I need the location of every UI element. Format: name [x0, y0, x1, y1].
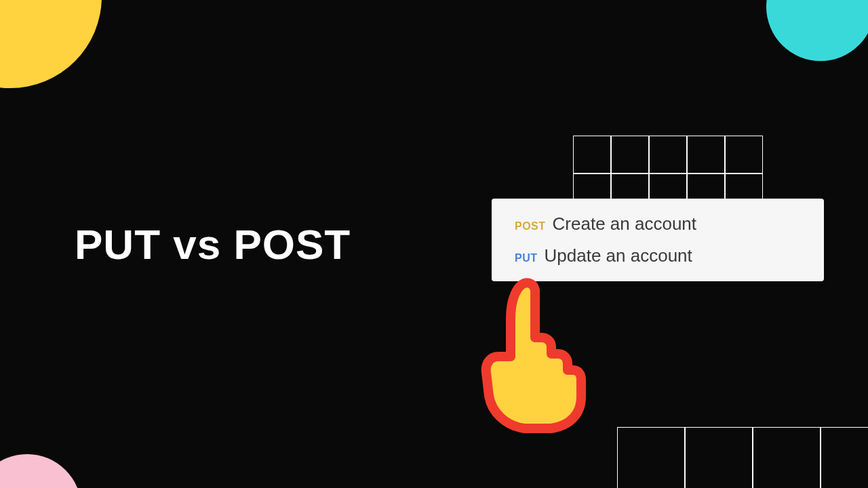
http-methods-card: POST Create an account PUT Update an acc… — [492, 199, 824, 281]
method-row-post: POST Create an account — [492, 208, 824, 240]
method-label: Create an account — [553, 214, 696, 235]
method-row-put: PUT Update an account — [492, 240, 824, 272]
method-label: Update an account — [545, 245, 692, 266]
decorative-circle-yellow — [0, 0, 102, 88]
decorative-circle-pink — [0, 454, 81, 488]
decorative-semicircle-cyan — [766, 0, 868, 61]
page-title: PUT vs POST — [75, 220, 351, 268]
method-badge-put: PUT — [515, 252, 538, 264]
pointing-hand-icon — [471, 278, 587, 434]
decorative-grid-bottom — [617, 427, 868, 488]
method-badge-post: POST — [515, 220, 546, 232]
